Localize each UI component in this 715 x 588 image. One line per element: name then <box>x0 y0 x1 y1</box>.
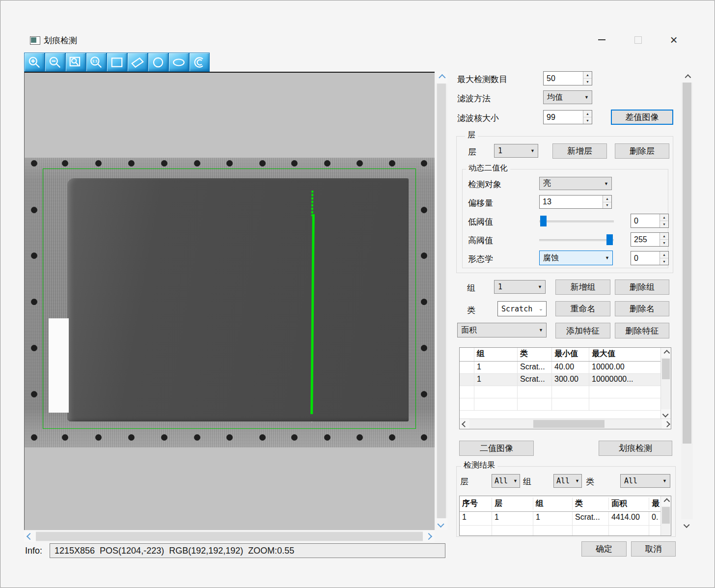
spin-up-icon[interactable]: ▲ <box>583 72 592 79</box>
scroll-up-button[interactable] <box>661 348 671 358</box>
roi-circle-button[interactable] <box>148 53 168 72</box>
low-threshold-slider[interactable] <box>539 216 614 226</box>
high-threshold-spinner[interactable]: 255 ▲▼ <box>631 232 669 247</box>
panel-vertical-scrollbar[interactable] <box>681 72 693 530</box>
close-button[interactable]: × <box>663 32 684 48</box>
minimize-button[interactable] <box>591 32 612 48</box>
image-scroll-down-button[interactable] <box>436 518 447 530</box>
high-threshold-slider[interactable] <box>539 234 614 245</box>
max-count-spinner[interactable]: 50 ▲▼ <box>543 71 592 85</box>
roi-rectangle-overlay[interactable] <box>43 168 416 429</box>
vscroll-thumb[interactable] <box>662 507 670 524</box>
panel-vscroll-thumb[interactable] <box>683 83 691 444</box>
spin-up-icon[interactable]: ▲ <box>660 214 668 221</box>
filter-method-combo[interactable]: 均值 ▼ <box>543 90 592 104</box>
delete-layer-button[interactable]: 删除层 <box>615 143 669 159</box>
panel-scroll-down-button[interactable] <box>681 519 693 530</box>
scroll-right-button[interactable] <box>662 419 671 429</box>
delete-feature-button[interactable]: 删除特征 <box>615 323 669 338</box>
spin-down-icon[interactable]: ▼ <box>660 240 668 246</box>
spin-down-icon[interactable]: ▼ <box>583 79 592 85</box>
binary-image-button[interactable]: 二值图像 <box>459 441 534 456</box>
delete-group-button[interactable]: 删除组 <box>615 280 669 295</box>
scratch-detection-window: 划痕检测 × 1:1 <box>0 0 715 588</box>
image-horizontal-scrollbar[interactable] <box>24 531 435 542</box>
zoom-in-button[interactable] <box>24 53 45 72</box>
spin-up-icon[interactable]: ▲ <box>583 111 592 117</box>
image-scroll-up-button[interactable] <box>436 72 447 84</box>
image-scroll-left-button[interactable] <box>24 531 36 542</box>
slider-thumb[interactable] <box>606 234 613 245</box>
feature-table-row[interactable]: 1 Scrat... 300.00 10000000... <box>460 374 671 386</box>
add-group-button[interactable]: 新增组 <box>555 280 610 295</box>
group-combo[interactable]: 1 ▼ <box>494 280 546 294</box>
ok-button[interactable]: 确定 <box>581 541 627 557</box>
chevron-up-icon <box>439 74 445 81</box>
zoom-1-1-button[interactable]: 1:1 <box>86 53 107 72</box>
results-layer-filter-label: 层 <box>460 476 468 487</box>
feature-table-hscrollbar[interactable] <box>460 419 671 429</box>
svg-text:1:1: 1:1 <box>92 59 98 63</box>
roi-rotated-rect-button[interactable] <box>127 53 148 72</box>
results-table-vscrollbar[interactable] <box>660 496 671 536</box>
spin-down-icon[interactable]: ▼ <box>660 258 668 265</box>
diff-image-button[interactable]: 差值图像 <box>611 110 673 125</box>
bolt-hole <box>226 434 233 441</box>
image-vertical-scrollbar[interactable] <box>436 72 447 530</box>
panel-scroll-up-button[interactable] <box>681 72 693 83</box>
bolt-hole <box>389 160 395 167</box>
offset-spinner[interactable]: 13 ▲▼ <box>539 195 612 209</box>
zoom-out-button[interactable] <box>45 53 65 72</box>
spin-up-icon[interactable]: ▲ <box>660 252 668 258</box>
cancel-button[interactable]: 取消 <box>631 541 676 557</box>
results-layer-filter-combo[interactable]: All ▼ <box>492 474 520 488</box>
zoom-region-button[interactable] <box>65 53 86 72</box>
dropdown-chevron-icon: ⌄ <box>539 306 543 312</box>
feature-table-vscrollbar[interactable] <box>660 348 671 419</box>
kernel-size-spinner[interactable]: 99 ▲▼ <box>543 110 592 124</box>
roi-ellipse-button[interactable] <box>168 53 189 72</box>
bolt-hole <box>128 160 135 167</box>
morphology-combo[interactable]: 腐蚀 ▼ <box>539 251 613 265</box>
roi-rect-button[interactable] <box>107 53 127 72</box>
slider-thumb[interactable] <box>540 216 547 226</box>
results-table-row[interactable]: 1 1 1 Scrat... 4414.00 0. <box>460 512 671 526</box>
scroll-down-button[interactable] <box>661 409 671 419</box>
morphology-count-spinner[interactable]: 0 ▲▼ <box>631 251 669 265</box>
maximize-button[interactable] <box>628 32 648 48</box>
low-threshold-spinner[interactable]: 0 ▲▼ <box>631 214 669 228</box>
scroll-left-button[interactable] <box>460 419 469 429</box>
results-table[interactable]: 序号 层 组 类 面积 最 1 1 1 Scrat... 4414.00 0. <box>459 496 671 536</box>
feature-table[interactable]: 组 类 最小值 最大值 1 Scrat... 40.00 10000.00 1 … <box>459 347 671 429</box>
spin-down-icon[interactable]: ▼ <box>583 117 592 124</box>
scratch-detect-button[interactable]: 划痕检测 <box>599 441 672 456</box>
detect-object-label: 检测对象 <box>468 179 501 190</box>
results-class-filter-combo[interactable]: All ▼ <box>620 474 670 488</box>
add-feature-button[interactable]: 添加特征 <box>555 323 610 338</box>
hscroll-thumb[interactable] <box>533 420 605 428</box>
rename-class-button[interactable]: 重命名 <box>555 301 610 316</box>
image-hscroll-thumb[interactable] <box>36 532 423 541</box>
feature-combo[interactable]: 面积 ▼ <box>457 323 547 337</box>
image-canvas[interactable] <box>24 72 435 530</box>
image-vscroll-thumb[interactable] <box>437 84 446 518</box>
spin-up-icon[interactable]: ▲ <box>660 233 668 240</box>
class-combo[interactable]: Scratch ⌄ <box>497 301 547 316</box>
delete-class-name-button[interactable]: 删除名 <box>615 301 669 316</box>
spin-up-icon[interactable]: ▲ <box>603 196 611 202</box>
spin-down-icon[interactable]: ▼ <box>603 202 611 209</box>
roi-ellipse-icon <box>171 56 186 69</box>
add-layer-button[interactable]: 新增层 <box>552 143 607 159</box>
image-scroll-right-button[interactable] <box>423 531 435 542</box>
chevron-up-icon <box>685 74 691 81</box>
vscroll-thumb[interactable] <box>662 359 670 379</box>
results-group-filter-combo[interactable]: All ▼ <box>553 474 582 488</box>
roi-annulus-button[interactable] <box>189 53 210 72</box>
dropdown-arrow-icon: ▼ <box>513 478 518 483</box>
detect-object-combo[interactable]: 亮 ▼ <box>539 177 612 190</box>
results-col-group: 组 <box>533 498 573 510</box>
spin-down-icon[interactable]: ▼ <box>660 221 668 227</box>
layer-combo[interactable]: 1 ▼ <box>494 144 538 158</box>
feature-table-row[interactable]: 1 Scrat... 40.00 10000.00 <box>460 362 671 374</box>
scroll-up-button[interactable] <box>661 496 671 506</box>
